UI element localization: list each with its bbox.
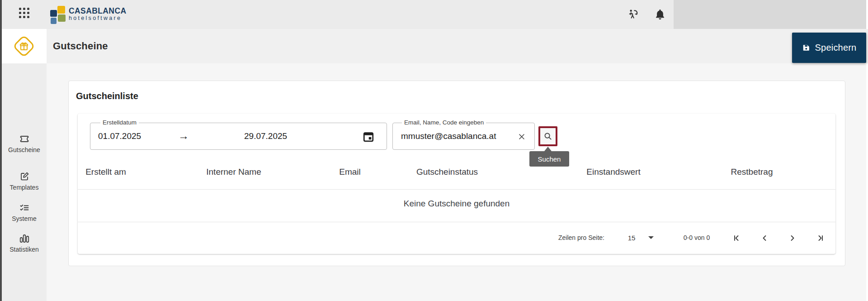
- voucher-table-panel: Erstelldatum 01.07.2025 → 29.07.2025 Ema…: [78, 114, 835, 254]
- apps-grid-icon[interactable]: [19, 8, 31, 19]
- divider: [78, 189, 835, 190]
- search-input[interactable]: mmuster@casablanca.at: [401, 123, 496, 149]
- date-from-input[interactable]: 01.07.2025: [98, 123, 141, 149]
- edit-icon: [19, 171, 30, 182]
- sidebar-item-gutscheine[interactable]: Gutscheine: [2, 134, 47, 153]
- search-button[interactable]: [538, 126, 557, 146]
- search-field[interactable]: Email, Name, Code eingeben mmuster@casab…: [392, 123, 535, 150]
- empty-table-message: Keine Gutscheine gefunden: [78, 199, 835, 209]
- column-header-restbetrag: Restbetrag: [731, 167, 773, 177]
- search-tooltip: Suchen: [529, 151, 569, 167]
- casablanca-logo: CASABLANCA hotelsoftware: [50, 5, 154, 24]
- tooltip-pointer: [544, 147, 552, 151]
- logo-title: CASABLANCA: [69, 6, 126, 16]
- date-range-field[interactable]: Erstelldatum 01.07.2025 → 29.07.2025: [90, 123, 387, 150]
- date-to-input[interactable]: 29.07.2025: [244, 123, 287, 149]
- voucher-list-card: Gutscheinliste Erstelldatum 01.07.2025 →…: [68, 81, 845, 266]
- column-header-einstandswert: Einstandswert: [586, 167, 640, 177]
- walk-run-icon[interactable]: [627, 8, 639, 21]
- rows-per-page-caret-icon[interactable]: [648, 236, 654, 239]
- sidebar-nav: Gutscheine Templates Systeme: [2, 63, 47, 301]
- logo-squares-icon: [50, 6, 66, 24]
- save-floppy-icon: [802, 43, 811, 52]
- sidebar-item-label: Gutscheine: [2, 146, 47, 153]
- next-page-button[interactable]: [788, 233, 797, 243]
- sidebar-item-label: Templates: [2, 184, 47, 191]
- sidebar-item-label: Systeme: [2, 215, 47, 222]
- last-page-button[interactable]: [816, 233, 826, 243]
- page-title: Gutscheine: [53, 40, 108, 52]
- page-header: Gutscheine Speichern: [47, 29, 868, 63]
- column-header-email: Email: [339, 167, 361, 177]
- divider: [78, 222, 835, 222]
- rows-per-page-select[interactable]: 15: [628, 234, 636, 242]
- column-header-interner-name: Interner Name: [206, 167, 261, 177]
- search-icon: [543, 131, 553, 141]
- calendar-icon[interactable]: [362, 130, 375, 143]
- notifications-bell-icon[interactable]: [654, 8, 666, 21]
- ticket-icon: [19, 134, 30, 144]
- sidebar-item-templates[interactable]: Templates: [2, 171, 47, 191]
- sidebar-item-systeme[interactable]: Systeme: [2, 202, 47, 222]
- first-page-button[interactable]: [731, 233, 741, 243]
- topbar: CASABLANCA hotelsoftware: [2, 0, 866, 29]
- logo-subtitle: hotelsoftware: [69, 15, 122, 21]
- column-header-erstellt-am: Erstellt am: [85, 167, 126, 177]
- bar-chart-icon: [19, 233, 30, 244]
- app-window: CASABLANCA hotelsoftware: [0, 0, 868, 301]
- checklist-icon: [19, 202, 30, 213]
- rows-per-page-label: Zeilen pro Seite:: [558, 234, 604, 241]
- sidebar-item-label: Statistiken: [2, 246, 47, 253]
- sidebar-item-statistiken[interactable]: Statistiken: [2, 233, 47, 253]
- column-header-gutscheinstatus: Gutscheinstatus: [416, 167, 478, 177]
- save-button-label: Speichern: [815, 43, 857, 53]
- clear-search-icon[interactable]: [518, 133, 526, 141]
- save-button[interactable]: Speichern: [792, 33, 866, 63]
- voucher-list-title: Gutscheinliste: [76, 91, 138, 101]
- previous-page-button[interactable]: [760, 233, 769, 243]
- date-range-arrow-icon: →: [175, 123, 193, 149]
- pagination-range: 0-0 von 0: [684, 234, 710, 241]
